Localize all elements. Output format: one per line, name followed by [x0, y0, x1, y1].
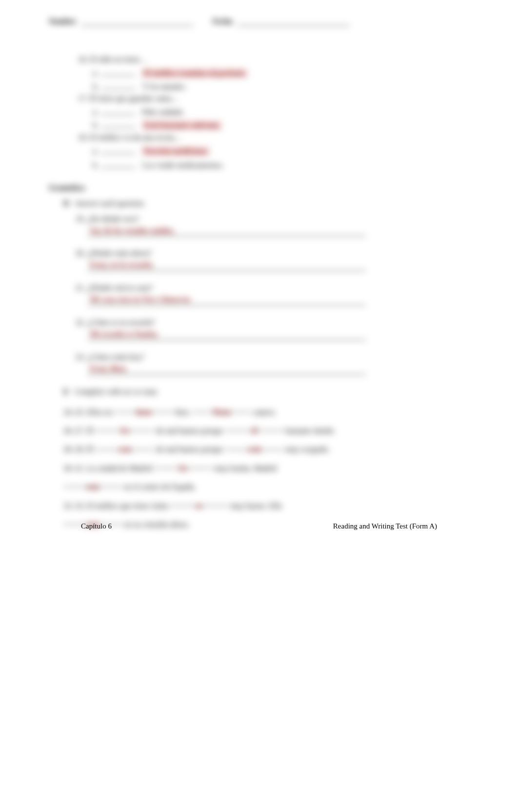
item-prompt: El niño no tiene…: [90, 55, 147, 63]
option-a: a. Necesita medicinas.: [93, 145, 469, 156]
line-28-29: 28–29. Él esta de mal humor porque está …: [63, 440, 469, 459]
highlighted-answer: Necesita medicinas.: [142, 146, 210, 156]
question-19: 19. ¿De dónde eres?: [76, 215, 469, 223]
fill-blank[interactable]: Tiene: [192, 403, 251, 412]
question-22: 22. ¿Cómo es tu escuela?: [76, 318, 469, 327]
option-a: a. Pide cuidado.: [93, 106, 469, 117]
answer-line-23[interactable]: Estoy Bien.: [88, 365, 366, 375]
student-answer: Estoy Bien.: [88, 365, 127, 373]
name-blank[interactable]: [81, 17, 193, 26]
answer-line-20[interactable]: Estoy en la escuela.: [88, 261, 366, 271]
line-text: en el centro de España.: [124, 483, 196, 491]
part-e: E Complete with ser or estar.: [63, 387, 469, 396]
q-number: 22.: [76, 318, 85, 326]
option-letter: a.: [93, 108, 98, 117]
item-18: 18. El médico va da una receta…: [78, 133, 469, 142]
option-letter: a.: [93, 147, 98, 156]
fill-blank[interactable]: Es: [154, 459, 213, 468]
q-number: 19.: [76, 215, 85, 223]
gramatica-heading: Gramática: [49, 183, 469, 192]
q-number: 21.: [76, 284, 85, 292]
line-text: muy bueno. Ella: [230, 502, 281, 510]
item-16: 16. El niño no tiene…: [78, 55, 469, 64]
answer-line-22[interactable]: Mi escuela es bonita.: [88, 330, 366, 340]
line-text: 24–25. Ellos no: [63, 408, 115, 416]
question-21: 21. ¿Dónde está tu casa?: [76, 284, 469, 292]
q-text: ¿Dónde estás ahora?: [87, 249, 152, 257]
part-instruction: Answer each question.: [75, 199, 145, 207]
line-text: 32–33. El médico que tiene Anita: [63, 502, 170, 510]
fill-blank[interactable]: esta: [96, 440, 154, 449]
item-number: 16.: [78, 55, 88, 63]
q-number: 23.: [76, 353, 85, 361]
option-b: b. Los vende medicamentos.: [93, 159, 469, 170]
footer-left: Capítulo 6: [81, 522, 112, 530]
line-text: bien.: [175, 408, 193, 416]
part-d: D Answer each question.: [63, 199, 469, 208]
option-b: b. Está bastante enfermo.: [93, 120, 469, 131]
date-label: Fecha: [213, 17, 233, 26]
line-24-25: 24–25. Ellos no tiene bien. Tiene catarr…: [63, 403, 469, 422]
student-answer: Estoy en la escuela.: [88, 261, 154, 269]
line-text: 26–27. Él: [63, 426, 96, 435]
name-label: Nombre: [49, 17, 76, 26]
answer-blank[interactable]: [101, 67, 135, 76]
q-text: ¿Cómo es tu escuela?: [87, 318, 155, 326]
q-text: ¿De dónde eres?: [87, 215, 139, 223]
answer-blank[interactable]: [101, 120, 136, 128]
option-letter: b.: [93, 121, 99, 130]
footer-right-a: Reading and Writing Test: [333, 522, 410, 530]
item-prompt: Él tiene que guardar cama…: [90, 94, 179, 102]
answer-line-19[interactable]: Soy de los estados unidos.: [88, 226, 366, 237]
page-footer: Capítulo 6 Reading and Writing Test (For…: [81, 522, 437, 530]
answer-blank[interactable]: [101, 81, 136, 90]
fill-blank[interactable]: está: [225, 440, 284, 449]
option-letter: b.: [93, 82, 99, 91]
fill-blank[interactable]: Es: [96, 422, 154, 431]
option-letter: b.: [93, 161, 99, 170]
line-text: bastante tímido.: [286, 426, 336, 435]
line-26-27: 26–27. Él Es de mal humor porque él bast…: [63, 422, 469, 440]
question-23: 23. ¿Cómo estás hoy?: [76, 353, 469, 362]
line-text: 28–29. Él: [63, 445, 96, 453]
fill-blank[interactable]: él: [225, 422, 284, 431]
part-label: E: [63, 387, 69, 396]
option-text: Y los tamales.: [142, 82, 187, 91]
part-label: D: [63, 199, 69, 207]
line-text: 30–31. La ciudad de Madrid: [63, 464, 154, 472]
answer-blank[interactable]: [101, 145, 135, 154]
footer-right: Reading and Writing Test (Form A): [333, 522, 437, 530]
question-20: 20. ¿Dónde estás ahora?: [76, 249, 469, 258]
line-30-31: 30–31. La ciudad de Madrid Es muy bonita…: [63, 459, 469, 497]
date-blank[interactable]: [238, 17, 350, 26]
option-text: Pide cuidado.: [142, 108, 184, 117]
student-answer: Mi casa esta en New Glouwstr.: [88, 295, 191, 304]
line-text: de mal humor porque: [156, 445, 225, 453]
highlighted-answer: Está bastante enfermo.: [142, 121, 222, 130]
item-number: 18.: [78, 133, 88, 142]
answer-line-21[interactable]: Mi casa esta en New Glouwstr.: [88, 295, 366, 305]
fill-blank[interactable]: es: [170, 497, 228, 506]
q-number: 20.: [76, 249, 85, 257]
student-answer: Mi escuela es bonita.: [88, 330, 159, 339]
highlighted-answer: El médico examina al paciente.: [142, 68, 248, 78]
item-number: 17.: [78, 94, 88, 102]
student-answer: Soy de los estados unidos.: [88, 226, 175, 235]
q-text: ¿Dónde está tu casa?: [87, 284, 153, 292]
header-row: Nombre Fecha: [49, 17, 469, 26]
fill-blank[interactable]: esta: [63, 478, 122, 487]
part-instruction: Complete with ser or estar.: [75, 387, 159, 396]
part-e-lines: 24–25. Ellos no tiene bien. Tiene catarr…: [63, 403, 469, 534]
footer-right-b: (Form A): [410, 522, 437, 530]
fill-blank[interactable]: tiene: [115, 403, 173, 412]
reading-items: 16. El niño no tiene… a. El médico exami…: [78, 55, 469, 170]
item-prompt: El médico va da una receta…: [90, 133, 182, 142]
option-b: b. Y los tamales.: [93, 81, 469, 92]
answer-blank[interactable]: [101, 159, 136, 168]
part-d-questions: 19. ¿De dónde eres? Soy de los estados u…: [49, 215, 469, 375]
line-text: catarro.: [253, 408, 276, 416]
answer-blank[interactable]: [101, 106, 135, 115]
item-17: 17. Él tiene que guardar cama…: [78, 94, 469, 103]
option-a: a. El médico examina al paciente.: [93, 67, 469, 78]
line-text: muy ocupado.: [286, 445, 330, 453]
